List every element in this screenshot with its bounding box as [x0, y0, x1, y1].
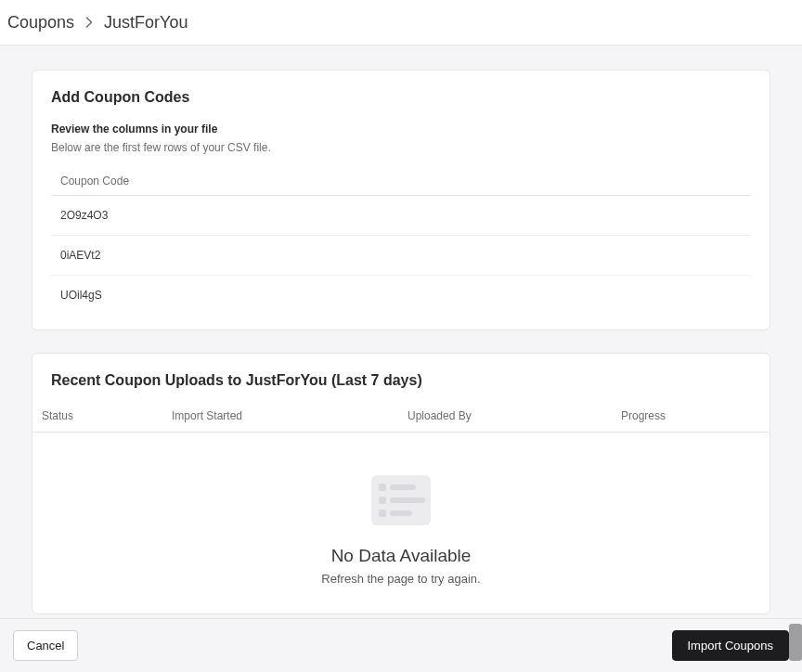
- uploads-table-header: Status Import Started Uploaded By Progre…: [32, 409, 770, 433]
- column-header-coupon-code: Coupon Code: [51, 167, 751, 196]
- breadcrumb-current: JustForYou: [104, 13, 188, 32]
- empty-state: No Data Available Refresh the page to tr…: [32, 433, 770, 586]
- empty-list-icon: [364, 468, 438, 533]
- empty-state-title: No Data Available: [331, 546, 472, 566]
- svg-rect-4: [390, 498, 425, 503]
- chevron-right-icon: [85, 17, 93, 28]
- table-row: 0iAEVt2: [51, 236, 751, 276]
- table-row: 2O9z4O3: [51, 196, 751, 236]
- column-header-progress: Progress: [621, 409, 760, 422]
- coupon-code-cell: 0iAEVt2: [51, 236, 751, 276]
- cancel-button[interactable]: Cancel: [13, 630, 78, 661]
- table-row: UOil4gS: [51, 276, 751, 316]
- csv-preview-table: Coupon Code 2O9z4O3 0iAEVt2 UOil4gS: [51, 167, 751, 315]
- svg-rect-5: [379, 510, 386, 517]
- card-add-coupon-codes: Add Coupon Codes Review the columns in y…: [32, 70, 770, 330]
- card-title: Add Coupon Codes: [51, 89, 751, 106]
- review-columns-heading: Review the columns in your file: [51, 123, 751, 136]
- import-coupons-button[interactable]: Import Coupons: [672, 630, 790, 661]
- column-header-uploaded-by: Uploaded By: [407, 409, 621, 422]
- column-header-status: Status: [42, 409, 172, 422]
- card-title: Recent Coupon Uploads to JustForYou (Las…: [32, 372, 770, 389]
- empty-state-subtitle: Refresh the page to try again.: [321, 572, 480, 586]
- csv-preview-description: Below are the first few rows of your CSV…: [51, 141, 751, 154]
- scrollbar-thumb[interactable]: [789, 624, 802, 661]
- page-body: Add Coupon Codes Review the columns in y…: [0, 45, 802, 618]
- action-footer: Cancel Import Coupons: [0, 618, 802, 672]
- breadcrumb-parent-link[interactable]: Coupons: [7, 13, 74, 32]
- breadcrumb: Coupons JustForYou: [0, 0, 802, 45]
- svg-rect-1: [379, 484, 386, 491]
- svg-rect-6: [390, 510, 412, 516]
- coupon-code-cell: 2O9z4O3: [51, 196, 751, 236]
- card-recent-uploads: Recent Coupon Uploads to JustForYou (Las…: [32, 353, 770, 614]
- svg-rect-2: [390, 485, 416, 490]
- column-header-import-started: Import Started: [172, 409, 407, 422]
- coupon-code-cell: UOil4gS: [51, 276, 751, 316]
- svg-rect-3: [379, 497, 386, 504]
